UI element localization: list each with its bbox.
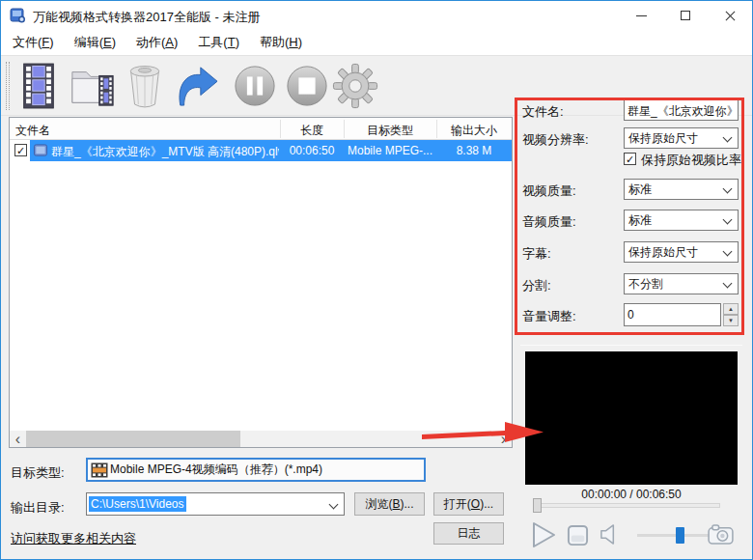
camera-icon	[708, 524, 734, 545]
split-label: 分割:	[522, 277, 551, 294]
stop-playback-button[interactable]	[567, 524, 589, 546]
volume-label: 音量调整:	[522, 308, 576, 325]
chevron-down-icon	[723, 279, 733, 289]
add-folder-icon	[70, 63, 116, 109]
column-header-target[interactable]: 目标类型	[344, 123, 436, 139]
menu-tools[interactable]: 工具(T)	[198, 34, 239, 51]
output-dir-combo[interactable]: C:\Users\1\Videos	[86, 492, 345, 516]
delete-button[interactable]	[121, 61, 169, 111]
target-type-label: 目标类型:	[11, 464, 65, 482]
audio-quality-label: 音频质量:	[522, 213, 576, 231]
output-dir-label: 输出目录:	[11, 499, 65, 517]
video-preview	[525, 351, 738, 485]
scroll-left-icon[interactable]	[10, 431, 26, 447]
menu-action[interactable]: 动作(A)	[136, 34, 178, 51]
horizontal-scrollbar[interactable]	[10, 431, 512, 447]
settings-gear-icon	[332, 63, 378, 109]
resolution-select[interactable]: 保持原始尺寸	[624, 127, 739, 149]
scrollbar-thumb[interactable]	[26, 431, 240, 447]
target-type-button[interactable]: Mobile MPEG-4视频编码（推荐）(*.mp4)	[86, 458, 426, 482]
volume-input[interactable]: 0	[624, 303, 721, 326]
audio-quality-value: 标准	[628, 212, 652, 229]
menu-bar: 文件(F) 编辑(E) 动作(A) 工具(T) 帮助(H)	[1, 30, 752, 56]
file-list: 文件名 长度 目标类型 输出大小 群星_《北京欢迎你》_MTV版 高清(480P…	[9, 117, 513, 448]
volume-spinner	[723, 303, 739, 326]
close-icon	[724, 10, 736, 21]
row-file-name: 群星_《北京欢迎你》_MTV版 高清(480P).qlv	[51, 144, 279, 160]
split-select[interactable]: 不分割	[624, 273, 739, 294]
output-dir-value: C:\Users\1\Videos	[89, 496, 186, 512]
chevron-down-icon	[723, 215, 733, 225]
divider	[520, 345, 742, 346]
maximize-button[interactable]	[663, 1, 708, 30]
close-button[interactable]	[708, 1, 752, 30]
browse-button[interactable]: 浏览(B)...	[354, 492, 425, 516]
window-title: 万能视频格式转换器2017全能版 - 未注册	[33, 9, 260, 26]
subtitle-select[interactable]: 保持原始尺寸	[624, 241, 739, 263]
keep-ratio-checkbox[interactable]	[624, 153, 636, 165]
open-button[interactable]: 打开(O)...	[433, 492, 504, 516]
speaker-icon	[600, 523, 620, 546]
column-separator	[280, 120, 281, 138]
spinner-down-icon[interactable]	[723, 315, 739, 326]
pause-button[interactable]	[231, 61, 279, 111]
stop-convert-button[interactable]	[283, 61, 331, 111]
playback-time: 00:00:00 / 00:06:50	[525, 488, 738, 501]
play-icon	[528, 519, 559, 550]
filename-input[interactable]: 群星_《北京欢迎你》	[624, 99, 739, 121]
snapshot-button[interactable]	[708, 524, 734, 545]
target-type-value: Mobile MPEG-4视频编码（推荐）(*.mp4)	[110, 462, 322, 478]
play-button[interactable]	[528, 519, 559, 550]
target-format-icon	[91, 462, 108, 478]
app-icon	[10, 8, 26, 27]
scroll-right-icon[interactable]	[495, 431, 512, 447]
chevron-down-icon	[723, 247, 733, 257]
minimize-button[interactable]	[619, 1, 663, 30]
convert-button[interactable]	[173, 61, 221, 111]
settings-button[interactable]	[331, 61, 379, 111]
spinner-up-icon[interactable]	[723, 303, 739, 315]
column-header-size[interactable]: 输出大小	[436, 123, 512, 139]
stop-playback-icon	[567, 524, 589, 546]
audio-quality-select[interactable]: 标准	[624, 210, 739, 231]
row-checkbox[interactable]	[14, 144, 27, 156]
toolbar-gripper	[6, 62, 10, 110]
volume-slider-thumb[interactable]	[676, 527, 684, 544]
menu-help[interactable]: 帮助(H)	[260, 34, 302, 51]
volume-slider[interactable]	[637, 534, 711, 537]
seek-slider-thumb[interactable]	[533, 498, 542, 513]
filename-label: 文件名:	[522, 103, 564, 121]
file-list-header: 文件名 长度 目标类型 输出大小	[10, 118, 512, 140]
seek-slider[interactable]	[533, 503, 720, 508]
stop-icon	[286, 65, 328, 107]
column-header-name[interactable]: 文件名	[15, 123, 50, 139]
add-video-icon	[17, 63, 60, 109]
keep-ratio-label: 保持原始视频比率	[641, 152, 741, 169]
mute-button[interactable]	[600, 523, 620, 546]
video-quality-label: 视频质量:	[522, 182, 576, 200]
chevron-down-icon	[723, 133, 733, 143]
add-video-button[interactable]	[14, 61, 63, 111]
video-quality-value: 标准	[628, 182, 652, 198]
log-button[interactable]: 日志	[433, 522, 504, 545]
resolution-label: 视频分辨率:	[522, 131, 589, 149]
video-quality-select[interactable]: 标准	[624, 179, 739, 200]
menu-file[interactable]: 文件(F)	[13, 34, 54, 51]
row-target-type: Mobile MPEG-...	[344, 144, 436, 157]
maximize-icon	[681, 11, 690, 20]
row-length: 00:06:50	[280, 144, 344, 157]
column-separator	[344, 120, 345, 138]
minimize-icon	[636, 15, 647, 16]
app-window: 万能视频格式转换器2017全能版 - 未注册 文件(F) 编辑(E) 动作(A)…	[0, 0, 753, 560]
chevron-down-icon	[329, 500, 339, 510]
title-bar: 万能视频格式转换器2017全能版 - 未注册	[1, 1, 752, 30]
delete-icon	[126, 63, 164, 109]
table-row[interactable]: 群星_《北京欢迎你》_MTV版 高清(480P).qlv 00:06:50 Mo…	[10, 140, 512, 161]
menu-edit[interactable]: 编辑(E)	[74, 34, 116, 51]
video-file-icon	[33, 143, 48, 160]
more-content-link[interactable]: 访问获取更多相关内容	[11, 530, 136, 547]
add-folder-button[interactable]	[69, 61, 117, 111]
subtitle-value: 保持原始尺寸	[628, 244, 698, 261]
column-header-length[interactable]: 长度	[280, 123, 344, 139]
column-separator	[436, 120, 437, 138]
